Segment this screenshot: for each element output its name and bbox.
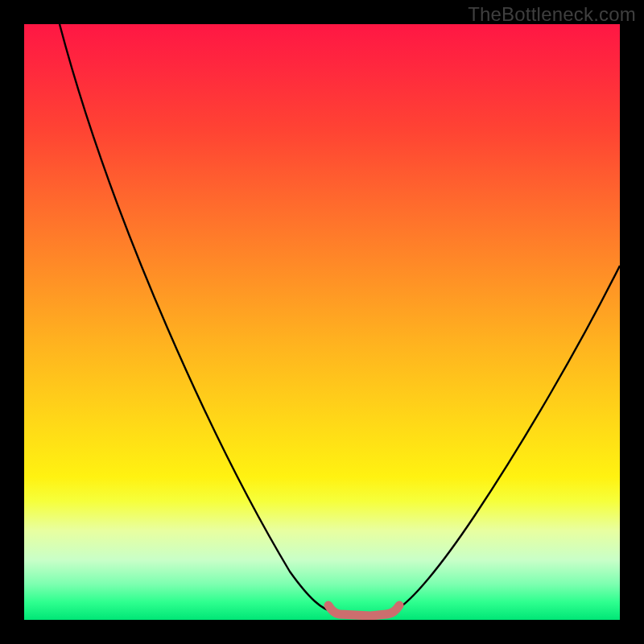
left-curve: [60, 24, 333, 612]
right-curve: [393, 266, 620, 612]
watermark-text: TheBottleneck.com: [468, 3, 636, 26]
flat-bottom-segment: [328, 605, 399, 616]
plot-area: [24, 24, 620, 620]
curve-overlay: [24, 24, 620, 620]
chart-frame: TheBottleneck.com: [0, 0, 644, 644]
